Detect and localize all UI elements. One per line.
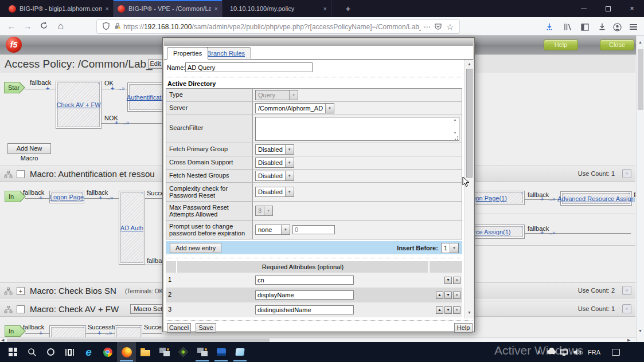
logon-page-box[interactable]: Logon Page × xyxy=(49,191,84,203)
scrollbar-thumb[interactable] xyxy=(638,49,643,110)
add-action-plus[interactable]: + xyxy=(540,195,544,202)
scroll-right-icon[interactable]: ▶ xyxy=(627,338,630,342)
window-minimize-button[interactable] xyxy=(572,0,596,17)
attr-input[interactable] xyxy=(255,305,354,314)
diamond-app-button[interactable] xyxy=(174,342,193,362)
delete-macro-icon[interactable]: × xyxy=(622,169,631,178)
cancel-button[interactable]: Cancel xyxy=(167,323,191,333)
downloads-tray-icon[interactable] xyxy=(595,21,609,33)
server-select[interactable]: /Common/Alphorm_AD▼ xyxy=(255,103,334,113)
file-explorer-button[interactable] xyxy=(136,342,155,362)
move-down-icon[interactable]: ▼ xyxy=(444,277,452,284)
account-icon[interactable] xyxy=(610,21,624,33)
add-action-plus[interactable]: + xyxy=(99,194,102,201)
page-actions-icon[interactable]: ⋯ xyxy=(423,23,430,31)
textarea-scrollbar[interactable]: ▲ ▼ xyxy=(452,118,458,140)
sidebar-icon[interactable] xyxy=(578,21,592,33)
internet-explorer-button[interactable]: e xyxy=(79,342,98,362)
language-indicator[interactable]: FRA xyxy=(585,342,603,362)
lock-warning-icon[interactable] xyxy=(114,22,121,32)
home-icon[interactable]: ⌂ xyxy=(54,20,68,33)
tab-properties[interactable]: Properties xyxy=(167,47,208,60)
advanced-resource-assign-link[interactable]: Advanced Resource Assign xyxy=(557,195,635,202)
check-av-fw-box[interactable]: Check AV + FW × xyxy=(56,81,102,129)
add-action-plus[interactable]: + xyxy=(97,329,101,336)
download-icon[interactable] xyxy=(542,21,556,33)
menu-hamburger-icon[interactable] xyxy=(626,21,640,33)
box-close-icon[interactable]: × xyxy=(628,191,631,196)
collapse-macro-icon[interactable] xyxy=(17,305,25,313)
prompt-expiration-days-input[interactable] xyxy=(292,225,335,234)
tab-close-icon[interactable]: × xyxy=(323,5,327,12)
box-close-icon[interactable]: × xyxy=(97,81,100,85)
complexity-check-select[interactable]: Disabled▼ xyxy=(255,187,294,197)
library-icon[interactable] xyxy=(561,21,575,33)
add-action-plus[interactable]: + xyxy=(39,329,42,336)
url-text[interactable]: https://192.168.10.200/sam/admin/vpe2/pu… xyxy=(123,23,421,31)
expand-macro-icon[interactable]: + xyxy=(17,287,25,295)
pocket-icon[interactable] xyxy=(435,22,442,32)
searchfilter-textarea[interactable]: ▲ ▼ xyxy=(255,117,459,141)
delete-macro-icon[interactable]: × xyxy=(622,304,631,313)
new-tab-button[interactable]: + xyxy=(342,2,354,15)
fetch-nested-groups-select[interactable]: Disabled▼ xyxy=(255,171,294,181)
window-close-button[interactable]: × xyxy=(620,0,644,17)
move-down-icon[interactable]: ▼ xyxy=(444,292,452,299)
check-av-fw-link[interactable]: Check AV + FW xyxy=(56,101,100,108)
logon-page-link[interactable]: Logon Page xyxy=(50,194,84,200)
firefox-button-active[interactable] xyxy=(117,342,136,362)
delete-row-icon[interactable]: × xyxy=(453,292,460,299)
box-close-icon[interactable]: × xyxy=(82,325,85,330)
close-button[interactable]: Close xyxy=(600,40,634,50)
edit-button[interactable]: Edit xyxy=(148,59,163,69)
cortana-button[interactable] xyxy=(41,342,60,362)
remote-desktop-button[interactable] xyxy=(155,342,174,362)
save-button[interactable]: Save xyxy=(196,323,216,333)
add-action-plus[interactable]: + xyxy=(46,85,49,92)
vertical-scrollbar[interactable]: ▲ ▼ xyxy=(636,36,644,342)
add-new-entry-button[interactable]: Add new entry xyxy=(170,243,221,253)
advanced-resource-assign-box[interactable]: Advanced Resource Assign × xyxy=(560,191,632,206)
browser-tab-1[interactable]: BIG-IP® - bigip1.alphorm.com × xyxy=(5,0,114,17)
scroll-up-icon[interactable]: ▲ xyxy=(637,40,644,44)
ad-auth-box[interactable]: AD Auth × xyxy=(119,191,145,265)
shield-icon[interactable] xyxy=(103,22,110,32)
scroll-left-icon[interactable]: ◀ xyxy=(1,338,4,342)
scroll-down-icon[interactable]: ▼ xyxy=(465,310,474,314)
cross-domain-support-select[interactable]: Disabled▼ xyxy=(255,158,294,168)
start-node[interactable]: Start xyxy=(4,82,20,93)
back-icon[interactable]: ← xyxy=(5,20,18,33)
in-node[interactable]: In xyxy=(5,191,21,202)
add-action-plus[interactable]: + xyxy=(111,85,114,92)
window-maximize-button[interactable] xyxy=(596,0,620,17)
scrollbar-thumb[interactable] xyxy=(466,69,473,178)
task-view-button[interactable] xyxy=(60,342,79,362)
forward-icon[interactable]: → xyxy=(21,20,34,33)
delete-row-icon[interactable]: × xyxy=(453,277,460,284)
add-action-plus[interactable]: + xyxy=(540,229,544,236)
taskbar-search-button[interactable] xyxy=(22,342,41,362)
collapse-macro-icon[interactable] xyxy=(17,170,25,178)
horizontal-scrollbar[interactable]: ◀ ▶ xyxy=(0,337,636,342)
prompt-expiration-select[interactable]: none▼ xyxy=(255,225,290,235)
dialog-titlebar[interactable] xyxy=(164,39,473,46)
box-close-icon[interactable]: × xyxy=(521,191,524,195)
url-bar[interactable]: https://192.168.10.200/sam/admin/vpe2/pu… xyxy=(96,19,460,34)
in-node[interactable]: In xyxy=(5,325,21,337)
help-button[interactable]: Help xyxy=(544,40,578,50)
resize-handle[interactable] xyxy=(455,136,458,140)
bookmark-star-icon[interactable]: ☆ xyxy=(446,22,454,32)
scroll-up-icon[interactable]: ▲ xyxy=(465,62,474,66)
remote-desktop-2-button[interactable] xyxy=(193,342,212,362)
delete-row-icon[interactable]: × xyxy=(453,306,460,314)
add-action-plus[interactable]: + xyxy=(39,194,42,201)
action-center-icon[interactable] xyxy=(608,342,624,362)
browser-tab-3[interactable]: 10.10.10.100/my.policy × xyxy=(223,0,331,17)
scroll-down-icon[interactable]: ▼ xyxy=(637,329,644,333)
tab-close-icon[interactable]: × xyxy=(214,5,218,12)
dialog-help-button[interactable]: Help xyxy=(454,323,473,333)
max-reset-attempts-select[interactable]: 3▼ xyxy=(255,206,273,216)
add-action-plus[interactable]: + xyxy=(115,119,118,126)
move-up-icon[interactable]: ▲ xyxy=(436,292,443,299)
chrome-button[interactable] xyxy=(98,342,117,362)
